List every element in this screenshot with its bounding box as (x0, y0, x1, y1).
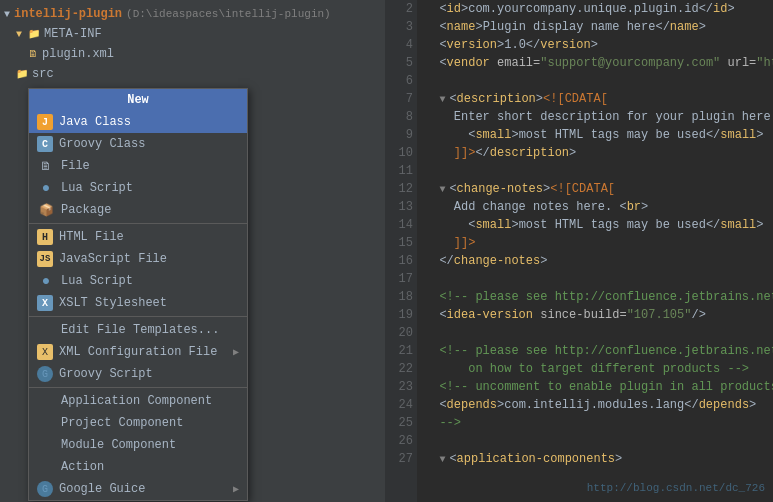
code-line-19: <idea-version since-build="107.105"/> (425, 306, 765, 324)
menu-item-groovy-script-label: Groovy Script (59, 367, 153, 381)
editor-content: 2 3 4 5 6 7 8 9 10 11 12 13 14 15 16 17 … (385, 0, 773, 502)
project-icon: ▼ (4, 9, 10, 20)
code-line-24: <depends>com.intellij.modules.lang</depe… (425, 396, 765, 414)
groovy-class-icon: C (37, 136, 53, 152)
xml-icon: 🗎 (28, 48, 38, 60)
folder-icon: ▼ 📁 (16, 28, 40, 40)
menu-item-project-component[interactable]: Project Component (29, 412, 247, 434)
groovy-script-icon: G (37, 366, 53, 382)
menu-item-lua2-label: Lua Script (61, 274, 133, 288)
menu-item-project-component-label: Project Component (61, 416, 183, 430)
code-line-25: --> (425, 414, 765, 432)
code-line-27: ▼<application-components> (425, 450, 765, 468)
menu-item-xml-config-label: XML Configuration File (59, 345, 217, 359)
tree-src-label: src (32, 67, 54, 81)
code-line-9: <small>most HTML tags may be used</small… (425, 126, 765, 144)
menu-separator-2 (29, 316, 247, 317)
menu-item-google-guice-label: Google Guice (59, 482, 145, 496)
menu-item-lua2[interactable]: ● Lua Script (29, 270, 247, 292)
tree-plugin-xml-label: plugin.xml (42, 47, 114, 61)
menu-item-xml-config[interactable]: X XML Configuration File ▶ (29, 341, 247, 363)
line-numbers: 2 3 4 5 6 7 8 9 10 11 12 13 14 15 16 17 … (385, 0, 417, 502)
code-line-26 (425, 432, 765, 450)
menu-item-app-component-label: Application Component (61, 394, 212, 408)
menu-item-groovy-class[interactable]: C Groovy Class (29, 133, 247, 155)
menu-separator-1 (29, 223, 247, 224)
code-line-21: <!-- please see http://confluence.jetbra… (425, 342, 765, 360)
menu-item-java-class-label: Java Class (59, 115, 131, 129)
menu-item-js-label: JavaScript File (59, 252, 167, 266)
code-line-22: on how to target different products --> (425, 360, 765, 378)
code-line-18: <!-- please see http://confluence.jetbra… (425, 288, 765, 306)
code-line-17 (425, 270, 765, 288)
menu-item-module-component[interactable]: Module Component (29, 434, 247, 456)
xslt-icon: X (37, 295, 53, 311)
tree-src[interactable]: 📁 src (0, 64, 385, 84)
menu-item-file[interactable]: 🗎 File (29, 155, 247, 177)
menu-item-xslt-label: XSLT Stylesheet (59, 296, 167, 310)
tree-meta-inf[interactable]: ▼ 📁 META-INF (0, 24, 385, 44)
watermark: http://blog.csdn.net/dc_726 (587, 482, 765, 494)
new-menu: New J Java Class C Groovy Class 🗎 File ●… (28, 88, 248, 501)
menu-item-action[interactable]: Action (29, 456, 247, 478)
xml-config-arrow: ▶ (233, 346, 239, 358)
project-path: (D:\ideaspaces\intellij-plugin) (126, 8, 331, 20)
menu-item-app-component[interactable]: Application Component (29, 390, 247, 412)
code-line-16: </change-notes> (425, 252, 765, 270)
menu-item-edit-templates-label: Edit File Templates... (61, 323, 219, 337)
code-line-7: ▼<description><![CDATA[ (425, 90, 765, 108)
js-icon: JS (37, 251, 53, 267)
code-line-20 (425, 324, 765, 342)
menu-item-groovy-script[interactable]: G Groovy Script (29, 363, 247, 385)
google-guice-icon: G (37, 481, 53, 497)
file-icon: 🗎 (37, 157, 55, 175)
lua-icon: ● (37, 179, 55, 197)
menu-item-package[interactable]: 📦 Package (29, 199, 247, 221)
code-line-15: ]]> (425, 234, 765, 252)
code-line-23: <!-- uncomment to enable plugin in all p… (425, 378, 765, 396)
menu-item-module-component-label: Module Component (61, 438, 176, 452)
menu-item-file-label: File (61, 159, 90, 173)
left-panel: ▼ intellij-plugin (D:\ideaspaces\intelli… (0, 0, 385, 502)
package-icon: 📦 (37, 201, 55, 219)
menu-item-google-guice[interactable]: G Google Guice ▶ (29, 478, 247, 500)
menu-item-action-label: Action (61, 460, 104, 474)
menu-item-edit-templates[interactable]: Edit File Templates... (29, 319, 247, 341)
menu-item-html[interactable]: H HTML File (29, 226, 247, 248)
code-line-12: ▼<change-notes><![CDATA[ (425, 180, 765, 198)
code-area[interactable]: <id>com.yourcompany.unique.plugin.id</id… (417, 0, 773, 502)
code-line-6 (425, 72, 765, 90)
menu-item-package-label: Package (61, 203, 111, 217)
html-icon: H (37, 229, 53, 245)
tree-meta-inf-label: META-INF (44, 27, 102, 41)
tree-root[interactable]: ▼ intellij-plugin (D:\ideaspaces\intelli… (0, 4, 385, 24)
menu-item-groovy-class-label: Groovy Class (59, 137, 145, 151)
menu-item-lua-script[interactable]: ● Lua Script (29, 177, 247, 199)
java-class-icon: J (37, 114, 53, 130)
code-line-13: Add change notes here. <br> (425, 198, 765, 216)
menu-item-xslt[interactable]: X XSLT Stylesheet (29, 292, 247, 314)
menu-item-java-class[interactable]: J Java Class (29, 111, 247, 133)
tree-plugin-xml[interactable]: 🗎 plugin.xml (0, 44, 385, 64)
code-line-10: ]]></description> (425, 144, 765, 162)
code-line-3: <name>Plugin display name here</name> (425, 18, 765, 36)
google-guice-arrow: ▶ (233, 483, 239, 495)
menu-item-html-label: HTML File (59, 230, 124, 244)
menu-header: New (29, 89, 247, 111)
menu-item-js[interactable]: JS JavaScript File (29, 248, 247, 270)
code-line-5: <vendor email="support@yourcompany.com" … (425, 54, 765, 72)
lua2-icon: ● (37, 272, 55, 290)
code-line-4: <version>1.0</version> (425, 36, 765, 54)
code-line-14: <small>most HTML tags may be used</small… (425, 216, 765, 234)
code-line-11 (425, 162, 765, 180)
code-line-2: <id>com.yourcompany.unique.plugin.id</id… (425, 0, 765, 18)
right-panel: 2 3 4 5 6 7 8 9 10 11 12 13 14 15 16 17 … (385, 0, 773, 502)
edit-templates-icon (37, 321, 55, 339)
project-name: intellij-plugin (14, 7, 122, 21)
src-folder-icon: 📁 (16, 68, 28, 80)
menu-separator-3 (29, 387, 247, 388)
code-line-8: Enter short description for your plugin … (425, 108, 765, 126)
xml-config-icon: X (37, 344, 53, 360)
menu-item-lua-label: Lua Script (61, 181, 133, 195)
